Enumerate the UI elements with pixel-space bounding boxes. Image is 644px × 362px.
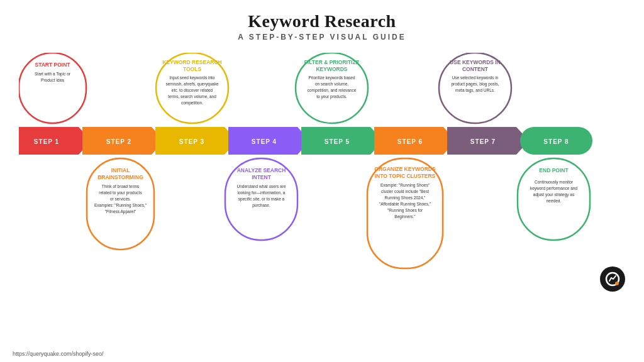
- svg-text:STEP 5: STEP 5: [325, 138, 350, 145]
- svg-text:START POINT: START POINT: [35, 62, 70, 68]
- svg-text:competition, and relevance: competition, and relevance: [308, 88, 357, 93]
- svg-text:INTO TOPIC CLUSTERS: INTO TOPIC CLUSTERS: [375, 173, 436, 179]
- svg-text:Start with a Topic or: Start with a Topic or: [35, 72, 71, 77]
- svg-text:"Fitness Apparel": "Fitness Apparel": [105, 209, 136, 214]
- svg-text:STEP 6: STEP 6: [397, 138, 423, 145]
- url-text: https://queryquake.com/shopify-seo/: [13, 351, 104, 357]
- svg-text:KEYWORD RESEARCH: KEYWORD RESEARCH: [162, 59, 221, 65]
- svg-text:ORGANIZE KEYWORDS: ORGANIZE KEYWORDS: [374, 166, 436, 172]
- svg-text:purchase.: purchase.: [252, 203, 270, 208]
- svg-text:related to your products: related to your products: [99, 190, 142, 195]
- svg-text:specific site, or to make a: specific site, or to make a: [238, 197, 285, 202]
- logo-area: [600, 266, 625, 292]
- svg-text:adjust your strategy as: adjust your strategy as: [533, 192, 575, 197]
- svg-text:Running Shoes 2024,": Running Shoes 2024,": [385, 195, 426, 200]
- svg-text:to your products.: to your products.: [316, 94, 347, 99]
- svg-text:Examples: "Running Shoes,": Examples: "Running Shoes,": [94, 203, 147, 208]
- logo-svg: [604, 271, 621, 287]
- title-section: Keyword Research A STEP-BY-STEP VISUAL G…: [19, 11, 625, 41]
- svg-text:CONTENT: CONTENT: [462, 66, 489, 72]
- svg-text:FILTER & PRIORITIZE: FILTER & PRIORITIZE: [304, 59, 360, 65]
- svg-text:"Affordable Running Shoes,": "Affordable Running Shoes,": [379, 202, 431, 207]
- svg-text:meta tags, and URLs.: meta tags, and URLs.: [455, 88, 495, 93]
- svg-text:cluster could include "Best: cluster could include "Best: [381, 189, 429, 194]
- svg-text:on search volume,: on search volume,: [315, 82, 348, 86]
- svg-text:Input seed keywords into: Input seed keywords into: [170, 75, 215, 80]
- svg-text:product pages, blog posts,: product pages, blog posts,: [451, 82, 499, 87]
- svg-point-72: [615, 282, 619, 285]
- main-title: Keyword Research: [19, 11, 625, 31]
- svg-text:STEP 2: STEP 2: [106, 138, 131, 145]
- svg-text:terms, search volume, and: terms, search volume, and: [168, 94, 216, 99]
- svg-text:needed.: needed.: [547, 199, 562, 203]
- svg-text:Continuously monitor: Continuously monitor: [535, 180, 574, 185]
- sub-title: A STEP-BY-STEP VISUAL GUIDE: [19, 33, 625, 41]
- svg-text:Think of broad terms: Think of broad terms: [102, 184, 140, 189]
- svg-text:keyword performance and: keyword performance and: [530, 186, 578, 191]
- svg-text:END POINT: END POINT: [539, 167, 569, 173]
- svg-text:competition.: competition.: [181, 101, 203, 106]
- svg-text:etc. to discover related: etc. to discover related: [172, 88, 213, 92]
- svg-text:Prioritize keywords based: Prioritize keywords based: [308, 75, 355, 80]
- svg-text:USE KEYWORDS IN: USE KEYWORDS IN: [450, 59, 501, 65]
- svg-text:or services.: or services.: [110, 197, 131, 201]
- svg-text:STEP 1: STEP 1: [34, 138, 59, 145]
- svg-text:INITIAL: INITIAL: [111, 167, 130, 173]
- svg-text:Use selected keywords in: Use selected keywords in: [452, 75, 499, 80]
- svg-text:Understand what users are: Understand what users are: [236, 184, 286, 189]
- svg-text:KEYWORDS: KEYWORDS: [316, 66, 347, 72]
- svg-text:semrush, ahrefs, queryquake: semrush, ahrefs, queryquake: [165, 82, 219, 87]
- svg-text:Beginners.": Beginners.": [394, 214, 416, 219]
- svg-text:Product Idea: Product Idea: [41, 78, 64, 82]
- svg-text:looking for—information, a: looking for—information, a: [238, 190, 286, 195]
- main-container: Keyword Research A STEP-BY-STEP VISUAL G…: [0, 0, 644, 362]
- diagram-svg: START POINT Start with a Topic or Produc…: [19, 53, 625, 285]
- svg-text:STEP 7: STEP 7: [470, 138, 496, 145]
- svg-text:STEP 8: STEP 8: [543, 138, 569, 145]
- logo-icon: [600, 266, 625, 292]
- svg-text:Example: "Running Shoes": Example: "Running Shoes": [380, 183, 430, 188]
- svg-text:"Running Shoes for: "Running Shoes for: [387, 208, 423, 213]
- svg-text:STEP 4: STEP 4: [252, 138, 277, 145]
- diagram-area: START POINT Start with a Topic or Produc…: [19, 53, 625, 292]
- svg-text:INTENT: INTENT: [252, 174, 272, 180]
- svg-text:ANALYZE SEARCH: ANALYZE SEARCH: [237, 167, 286, 173]
- svg-text:TOOLS: TOOLS: [183, 66, 201, 72]
- svg-text:STEP 3: STEP 3: [179, 138, 204, 145]
- svg-text:BRAINSTORMING: BRAINSTORMING: [97, 174, 143, 180]
